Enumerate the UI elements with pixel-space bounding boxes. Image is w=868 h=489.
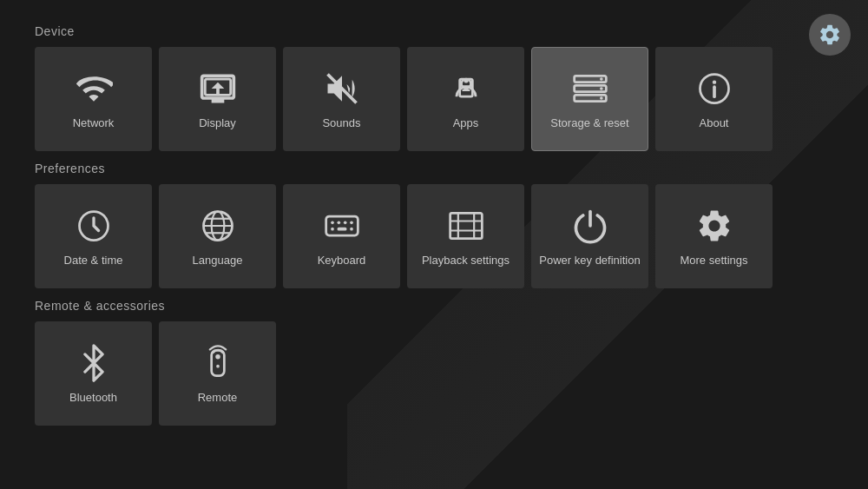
tile-network[interactable]: Network	[35, 47, 152, 151]
tile-keyboard-label: Keyboard	[318, 254, 366, 268]
svg-point-10	[600, 77, 603, 81]
tile-remote-label: Remote	[198, 391, 238, 405]
remote-icon	[197, 342, 239, 384]
tile-playback-label: Playback settings	[422, 254, 510, 268]
tile-keyboard[interactable]: Keyboard	[283, 184, 400, 288]
tile-date-time-label: Date & time	[64, 254, 123, 268]
tile-power-key[interactable]: Power key definition	[531, 184, 648, 288]
sounds-icon	[321, 68, 363, 109]
svg-rect-22	[326, 216, 358, 235]
tile-network-label: Network	[73, 116, 115, 130]
section-label-preferences: Preferences	[35, 162, 833, 175]
tile-more-settings-label: More settings	[680, 254, 747, 268]
tile-display-label: Display	[199, 116, 236, 130]
tile-storage-reset[interactable]: Storage & reset	[531, 47, 648, 151]
settings-gear-button[interactable]	[809, 14, 851, 56]
gear-icon	[818, 23, 842, 47]
tile-apps-label: Apps	[453, 116, 479, 130]
svg-point-12	[600, 96, 603, 100]
preferences-tiles-row: Date & time Language	[35, 184, 833, 288]
tile-apps[interactable]: Apps	[407, 47, 524, 151]
tile-power-key-label: Power key definition	[539, 254, 640, 268]
section-label-device: Device	[35, 24, 833, 38]
storage-icon	[569, 68, 611, 109]
clock-icon	[73, 205, 115, 247]
svg-point-15	[712, 81, 715, 84]
tile-bluetooth-label: Bluetooth	[69, 391, 117, 405]
svg-point-11	[600, 87, 603, 90]
tile-playback[interactable]: Playback settings	[407, 184, 524, 288]
settings-page: Device Network Display Soun	[0, 0, 868, 453]
tile-sounds[interactable]: Sounds	[283, 47, 400, 151]
tile-more-settings[interactable]: More settings	[655, 184, 773, 288]
svg-point-37	[216, 365, 220, 368]
more-settings-icon	[694, 205, 735, 247]
tile-display[interactable]: Display	[159, 47, 276, 151]
section-label-remote: Remote & accessories	[35, 299, 833, 313]
tile-storage-label: Storage & reset	[550, 116, 628, 130]
playback-icon	[445, 205, 487, 247]
tile-remote[interactable]: Remote	[159, 321, 276, 426]
tile-bluetooth[interactable]: Bluetooth	[35, 321, 152, 426]
about-icon	[694, 68, 735, 109]
tile-language-label: Language	[193, 254, 243, 268]
keyboard-icon	[321, 205, 363, 247]
globe-icon	[197, 205, 239, 247]
apps-icon	[445, 68, 487, 109]
tile-sounds-label: Sounds	[322, 116, 360, 130]
bluetooth-icon	[73, 342, 115, 384]
svg-rect-30	[450, 214, 482, 239]
svg-point-4	[464, 78, 469, 83]
tile-about[interactable]: About	[655, 47, 773, 151]
device-tiles-row: Network Display Sounds	[35, 47, 833, 151]
wifi-icon	[73, 68, 115, 109]
power-icon	[569, 205, 611, 247]
svg-rect-6	[462, 89, 470, 91]
svg-rect-5	[462, 86, 470, 88]
tile-about-label: About	[700, 116, 729, 130]
tile-language[interactable]: Language	[159, 184, 276, 288]
svg-rect-35	[211, 351, 224, 376]
remote-tiles-row: Bluetooth Remote	[35, 321, 833, 426]
display-icon	[197, 68, 239, 109]
tile-date-time[interactable]: Date & time	[35, 184, 152, 288]
